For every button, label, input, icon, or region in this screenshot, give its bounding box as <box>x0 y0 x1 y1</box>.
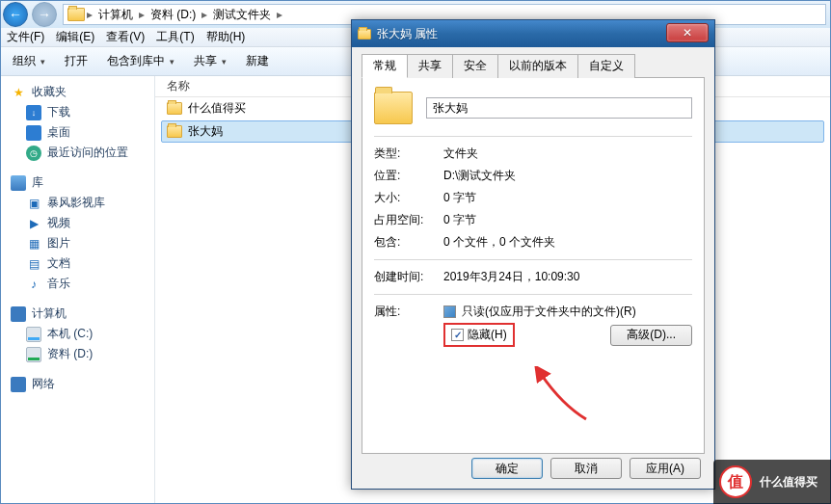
document-icon: ▤ <box>26 256 41 272</box>
library-icon <box>11 175 26 191</box>
value-location: D:\测试文件夹 <box>443 168 692 184</box>
breadcrumb-item[interactable]: 计算机 <box>94 7 137 23</box>
music-icon: ♪ <box>26 277 41 292</box>
breadcrumb-item[interactable]: 测试文件夹 <box>209 7 275 23</box>
sidebar-item-pictures[interactable]: ▦图片 <box>1 233 154 253</box>
label-location: 位置: <box>374 168 443 184</box>
media-icon: ▣ <box>26 196 41 211</box>
sidebar-item-label: 资料 (D:) <box>47 346 93 362</box>
chevron-right-icon: ▸ <box>201 8 207 21</box>
toolbar-include[interactable]: 包含到库中 <box>101 51 180 71</box>
folder-name-input[interactable] <box>426 97 692 119</box>
watermark: 值 什么值得买 <box>713 460 831 504</box>
properties-dialog: 张大妈 属性 ✕ 常规 共享 安全 以前的版本 自定义 类型:文件夹 位置:D:… <box>351 19 715 490</box>
advanced-button[interactable]: 高级(D)... <box>610 325 692 346</box>
sidebar-item-recent[interactable]: ◷最近访问的位置 <box>1 143 154 163</box>
chevron-right-icon: ▸ <box>277 8 282 21</box>
download-icon: ↓ <box>26 105 41 120</box>
label-size: 大小: <box>374 190 443 206</box>
star-icon: ★ <box>11 85 26 100</box>
tab-general[interactable]: 常规 <box>362 54 408 78</box>
watermark-badge: 值 <box>719 465 752 498</box>
sidebar-item-label: 音乐 <box>47 276 70 292</box>
dialog-title-text: 张大妈 属性 <box>377 26 438 42</box>
value-created: 2019年3月24日，10:09:30 <box>443 269 692 285</box>
desktop-icon <box>26 125 41 141</box>
sidebar-libraries[interactable]: 库 <box>1 172 154 193</box>
menu-file[interactable]: 文件(F) <box>7 29 44 45</box>
watermark-text: 什么值得买 <box>760 474 818 491</box>
sidebar-item-label: 暴风影视库 <box>47 195 105 211</box>
sidebar-item-videos[interactable]: ▶视频 <box>1 213 154 233</box>
menu-tools[interactable]: 工具(T) <box>156 29 194 45</box>
ok-button[interactable]: 确定 <box>471 458 543 479</box>
readonly-label: 只读(仅应用于文件夹中的文件)(R) <box>462 304 636 320</box>
cancel-button[interactable]: 取消 <box>550 458 622 479</box>
menu-help[interactable]: 帮助(H) <box>206 29 246 45</box>
sidebar-item-downloads[interactable]: ↓下载 <box>1 102 154 122</box>
value-ondisk: 0 字节 <box>443 212 692 228</box>
sidebar-head-label: 网络 <box>32 376 55 392</box>
sidebar-network[interactable]: 网络 <box>1 374 154 394</box>
sidebar: ★收藏夹 ↓下载 桌面 ◷最近访问的位置 库 ▣暴风影视库 ▶视频 ▦图片 ▤文… <box>1 76 155 503</box>
sidebar-item-baofeng[interactable]: ▣暴风影视库 <box>1 193 154 213</box>
hidden-highlight: 隐藏(H) <box>443 323 515 347</box>
sidebar-head-label: 计算机 <box>32 305 67 322</box>
tab-share[interactable]: 共享 <box>407 54 453 78</box>
sidebar-head-label: 库 <box>32 174 43 191</box>
chevron-right-icon: ▸ <box>139 8 145 21</box>
chevron-right-icon: ▸ <box>87 8 93 21</box>
value-type: 文件夹 <box>443 146 692 162</box>
close-button[interactable]: ✕ <box>666 23 709 42</box>
sidebar-item-desktop[interactable]: 桌面 <box>1 122 154 143</box>
value-size: 0 字节 <box>443 190 692 206</box>
sidebar-item-drive-d[interactable]: 资料 (D:) <box>1 344 154 364</box>
tab-security[interactable]: 安全 <box>452 54 498 78</box>
dialog-titlebar[interactable]: 张大妈 属性 ✕ <box>352 20 714 47</box>
computer-icon <box>11 306 26 322</box>
label-created: 创建时间: <box>374 269 443 285</box>
sidebar-item-label: 本机 (C:) <box>47 326 93 342</box>
sidebar-item-label: 最近访问的位置 <box>47 145 128 161</box>
folder-icon <box>167 102 182 115</box>
drive-icon <box>26 327 41 342</box>
sidebar-item-label: 下载 <box>47 104 70 120</box>
menu-view[interactable]: 查看(V) <box>106 29 145 45</box>
tab-panel-general: 类型:文件夹 位置:D:\测试文件夹 大小:0 字节 占用空间:0 字节 包含:… <box>362 78 705 454</box>
sidebar-item-label: 桌面 <box>47 124 70 141</box>
sidebar-item-music[interactable]: ♪音乐 <box>1 274 154 294</box>
menu-edit[interactable]: 编辑(E) <box>56 29 94 45</box>
folder-large-icon <box>374 92 413 124</box>
toolbar-share[interactable]: 共享 <box>188 51 232 71</box>
value-contains: 0 个文件，0 个文件夹 <box>443 234 692 251</box>
nav-back-button[interactable]: ← <box>3 2 28 27</box>
network-icon <box>11 377 26 392</box>
readonly-checkbox[interactable] <box>443 305 456 318</box>
breadcrumb-item[interactable]: 资料 (D:) <box>147 7 200 23</box>
label-contains: 包含: <box>374 234 443 251</box>
sidebar-item-drive-c[interactable]: 本机 (C:) <box>1 324 154 344</box>
toolbar-open[interactable]: 打开 <box>59 51 94 71</box>
tab-custom[interactable]: 自定义 <box>577 54 635 78</box>
folder-icon <box>67 8 85 21</box>
sidebar-favorites[interactable]: ★收藏夹 <box>1 82 154 102</box>
toolbar-organize[interactable]: 组织 <box>7 51 51 71</box>
sidebar-item-documents[interactable]: ▤文档 <box>1 253 154 274</box>
folder-icon <box>167 125 182 138</box>
clock-icon: ◷ <box>26 146 41 161</box>
close-icon: ✕ <box>683 26 692 40</box>
sidebar-head-label: 收藏夹 <box>32 84 67 100</box>
sidebar-computer[interactable]: 计算机 <box>1 304 154 324</box>
video-icon: ▶ <box>26 216 41 231</box>
hidden-label: 隐藏(H) <box>468 327 507 343</box>
nav-forward-button[interactable]: → <box>32 2 57 27</box>
sidebar-item-label: 图片 <box>47 235 70 252</box>
drive-icon <box>26 347 41 362</box>
folder-icon <box>358 29 371 40</box>
tab-previous[interactable]: 以前的版本 <box>497 54 578 78</box>
apply-button[interactable]: 应用(A) <box>630 458 701 479</box>
picture-icon: ▦ <box>26 236 41 252</box>
sidebar-item-label: 视频 <box>47 215 70 231</box>
hidden-checkbox[interactable] <box>451 329 464 341</box>
toolbar-newfolder[interactable]: 新建 <box>240 51 275 71</box>
